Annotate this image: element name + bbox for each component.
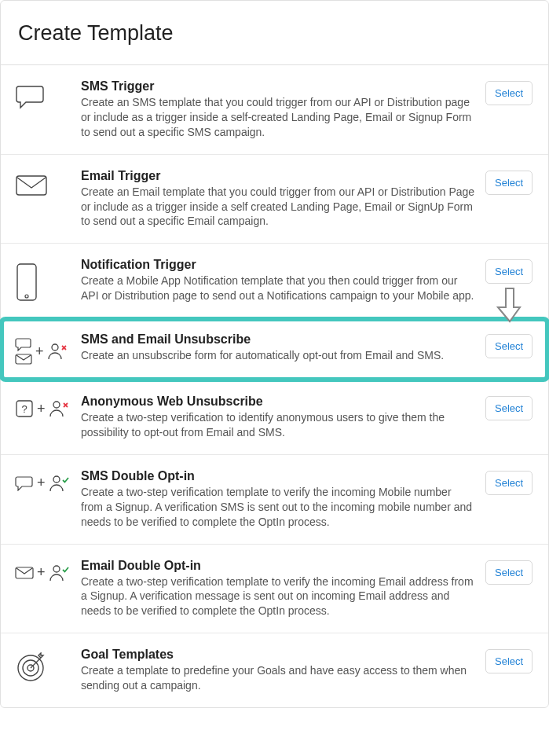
envelope-small-icon <box>15 566 34 580</box>
phone-icon <box>15 262 38 302</box>
row-desc: Create a two-step verification template … <box>81 574 476 619</box>
speech-bubble-small-icon <box>15 337 32 351</box>
row-desc: Create a template to predefine your Goal… <box>81 663 476 693</box>
icon-col: + <box>12 332 81 365</box>
plus-icon: + <box>35 343 44 360</box>
select-button[interactable]: Select <box>485 171 533 195</box>
page-title: Create Template <box>18 21 531 46</box>
svg-text:?: ? <box>21 403 27 415</box>
action: Select <box>485 559 537 585</box>
user-remove-icon <box>49 399 69 418</box>
content: Anonymous Web Unsubscribe Create a two-s… <box>81 395 485 440</box>
svg-point-4 <box>52 344 58 350</box>
panel-header: Create Template <box>1 1 548 65</box>
row-goal-templates: Goal Templates Create a template to pred… <box>1 633 548 707</box>
action: Select <box>485 169 537 195</box>
row-title: SMS Trigger <box>81 79 476 94</box>
content: SMS Trigger Create an SMS template that … <box>81 79 485 140</box>
row-desc: Create a two-step verification template … <box>81 485 476 530</box>
row-sms-double-optin: + SMS Double Opt-in Create a two-step ve… <box>1 455 548 545</box>
envelope-icon <box>15 174 48 197</box>
action: Select <box>485 258 537 284</box>
content: Email Double Opt-in Create a two-step ve… <box>81 559 485 619</box>
content: SMS Double Opt-in Create a two-step veri… <box>81 469 485 530</box>
action: Select <box>485 648 537 673</box>
plus-icon: + <box>37 475 46 491</box>
svg-point-8 <box>53 476 60 483</box>
select-button[interactable]: Select <box>485 471 533 495</box>
row-title: Goal Templates <box>81 648 476 662</box>
row-desc: Create a two-step verification to identi… <box>81 410 476 440</box>
select-button[interactable]: Select <box>485 259 533 284</box>
row-desc: Create a Mobile App Notification templat… <box>81 273 476 303</box>
user-check-icon <box>49 563 69 582</box>
icon-col <box>12 79 81 111</box>
row-desc: Create an unsubscribe form for automatic… <box>81 348 476 363</box>
icon-col: + <box>12 469 81 493</box>
select-button[interactable]: Select <box>485 649 533 673</box>
row-title: SMS Double Opt-in <box>81 469 476 483</box>
row-sms-trigger: SMS Trigger Create an SMS template that … <box>1 65 548 155</box>
content: Goal Templates Create a template to pred… <box>81 648 485 693</box>
row-email-double-optin: + Email Double Opt-in Create a two-step … <box>1 545 548 634</box>
svg-point-7 <box>53 402 60 408</box>
user-remove-icon <box>47 342 68 361</box>
icon-col: ? + <box>12 395 81 418</box>
row-anonymous-unsubscribe: ? + Anonymous Web Unsubscribe Create a t… <box>1 380 548 455</box>
create-template-panel: Create Template SMS Trigger Create an SM… <box>0 0 549 708</box>
action: Select <box>485 332 537 358</box>
content: Email Trigger Create an Email template t… <box>81 169 485 229</box>
icon-col <box>12 258 81 302</box>
svg-point-10 <box>53 566 60 572</box>
content: SMS and Email Unsubscribe Create an unsu… <box>81 332 485 363</box>
row-title: Email Trigger <box>81 169 476 183</box>
user-check-icon <box>49 474 69 493</box>
question-box-icon: ? <box>15 399 34 418</box>
row-desc: Create an SMS template that you could tr… <box>81 95 476 140</box>
speech-bubble-icon <box>15 84 46 111</box>
action: Select <box>485 469 537 495</box>
envelope-small-icon <box>15 353 32 365</box>
select-button[interactable]: Select <box>485 396 533 420</box>
icon-col <box>12 648 81 684</box>
content: Notification Trigger Create a Mobile App… <box>81 258 485 303</box>
plus-icon: + <box>37 401 46 417</box>
row-title: SMS and Email Unsubscribe <box>81 332 476 347</box>
row-email-trigger: Email Trigger Create an Email template t… <box>1 155 548 244</box>
select-button[interactable]: Select <box>485 560 533 585</box>
select-button[interactable]: Select <box>485 334 533 358</box>
icon-col: + <box>12 559 81 582</box>
svg-rect-0 <box>16 176 46 195</box>
action: Select <box>485 79 537 105</box>
row-desc: Create an Email template that you could … <box>81 185 476 229</box>
select-button[interactable]: Select <box>485 81 533 105</box>
row-sms-email-unsubscribe: + SMS and Email Unsubscribe Create an un… <box>1 318 548 380</box>
icon-col <box>12 169 81 197</box>
speech-bubble-small-icon <box>15 475 34 491</box>
row-notification-trigger: Notification Trigger Create a Mobile App… <box>1 244 548 318</box>
row-title: Notification Trigger <box>81 258 476 272</box>
plus-icon: + <box>37 564 46 581</box>
row-title: Anonymous Web Unsubscribe <box>81 395 476 409</box>
svg-point-2 <box>25 295 28 298</box>
target-icon <box>15 652 46 684</box>
row-title: Email Double Opt-in <box>81 559 476 573</box>
action: Select <box>485 395 537 420</box>
arrow-down-icon <box>496 287 523 323</box>
